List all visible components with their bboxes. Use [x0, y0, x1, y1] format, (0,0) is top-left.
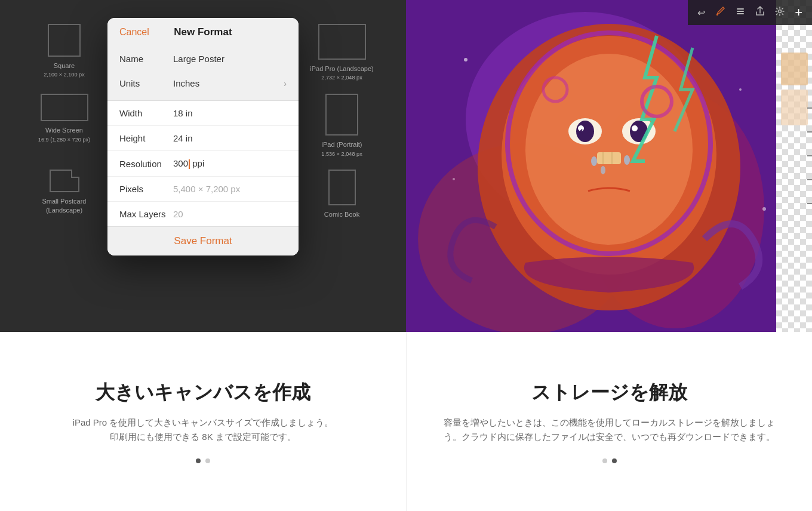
new-format-modal: Cancel New Format Name Large Poster Unit… — [107, 18, 299, 256]
layers-icon[interactable] — [735, 6, 746, 19]
svg-point-24 — [601, 166, 605, 174]
chevron-right-icon: › — [284, 79, 287, 88]
modal-resolution-value[interactable]: 300 ppi — [173, 158, 287, 169]
modal-header: Cancel New Format — [107, 18, 299, 47]
svg-point-0 — [716, 14, 718, 16]
svg-rect-41 — [807, 155, 812, 156]
svg-point-28 — [464, 58, 467, 61]
modal-resolution-label: Resolution — [119, 159, 173, 169]
modal-width-label: Width — [119, 108, 173, 118]
modal-name-label: Name — [119, 54, 173, 64]
svg-point-4 — [779, 10, 782, 13]
svg-rect-3 — [737, 13, 744, 14]
bottom-left-panel: 大きいキャンバスを作成 iPad Pro を使用して大きいキャンバスサイズで作成… — [0, 332, 406, 511]
modal-dimensions-group: Width 18 in Height 24 in Resolution 300 … — [107, 100, 299, 176]
svg-rect-36 — [776, 0, 812, 332]
svg-rect-1 — [737, 8, 744, 10]
svg-rect-20 — [597, 152, 621, 164]
right-panel: ↩ — [406, 0, 812, 332]
bottom-right-desc: 容量を増やしたいときは、この機能を使用してローカルストレージを解放しましょう。ク… — [442, 415, 776, 444]
undo-icon[interactable]: ↩ — [697, 7, 705, 19]
modal-overlay: Cancel New Format Name Large Poster Unit… — [0, 0, 406, 332]
toolbar: ↩ — [688, 0, 812, 25]
modal-units-row[interactable]: Units Inches › — [107, 71, 299, 96]
bottom-left-dots — [196, 458, 210, 463]
modal-resolution-row[interactable]: Resolution 300 ppi — [107, 150, 299, 176]
svg-rect-42 — [807, 179, 812, 180]
svg-rect-2 — [737, 11, 744, 12]
bottom-left-title: 大きいキャンバスを作成 — [96, 380, 310, 406]
modal-maxlayers-row: Max Layers 20 — [107, 201, 299, 226]
cancel-button[interactable]: Cancel — [119, 27, 149, 38]
svg-point-30 — [453, 178, 455, 180]
svg-rect-40 — [807, 131, 812, 133]
bottom-right-title: ストレージを解放 — [531, 380, 687, 406]
modal-units-label: Units — [119, 78, 173, 88]
modal-height-label: Height — [119, 133, 173, 143]
modal-height-value[interactable]: 24 in — [173, 133, 287, 143]
bottom-left-desc: iPad Pro を使用して大きいキャンバスサイズで作成しましょう。印刷用にも使… — [73, 415, 334, 444]
modal-pixels-row: Pixels 5,400 × 7,200 px — [107, 176, 299, 201]
modal-maxlayers-label: Max Layers — [119, 209, 173, 219]
svg-rect-38 — [781, 90, 808, 125]
add-icon[interactable]: + — [795, 5, 802, 20]
svg-text:×: × — [576, 125, 583, 138]
svg-point-23 — [591, 156, 597, 166]
modal-height-row[interactable]: Height 24 in — [107, 125, 299, 150]
modal-title: New Format — [174, 26, 232, 38]
svg-point-11 — [525, 54, 693, 245]
modal-width-row[interactable]: Width 18 in — [107, 100, 299, 125]
svg-point-29 — [739, 88, 742, 91]
svg-point-31 — [762, 207, 766, 211]
dot-inactive-1 — [205, 458, 210, 463]
bottom-right-dots — [602, 458, 617, 463]
top-section: Square2,100 × 2,100 px iPad Pro (Landsca… — [0, 0, 812, 332]
modal-pixels-value: 5,400 × 7,200 px — [173, 184, 240, 194]
brush-icon[interactable] — [715, 6, 725, 19]
modal-pixels-label: Pixels — [119, 184, 173, 194]
svg-point-19 — [632, 125, 638, 131]
svg-rect-37 — [781, 53, 808, 85]
modal-name-value[interactable]: Large Poster — [173, 54, 224, 64]
dot-active-2 — [612, 458, 617, 463]
bottom-right-panel: ストレージを解放 容量を増やしたいときは、この機能を使用してローカルストレージを… — [406, 332, 812, 511]
modal-name-row: Name Large Poster — [107, 47, 299, 71]
save-format-button[interactable]: Save Format — [107, 226, 299, 256]
svg-rect-39 — [807, 107, 812, 109]
share-icon[interactable] — [755, 6, 765, 19]
text-cursor — [189, 159, 190, 169]
dot-inactive-2 — [602, 458, 607, 463]
svg-point-25 — [624, 155, 630, 165]
modal-units-value: Inches — [173, 78, 284, 88]
settings-icon[interactable] — [774, 6, 785, 19]
artwork-illustration: × — [406, 0, 812, 332]
modal-maxlayers-value: 20 — [173, 209, 183, 219]
dot-active-1 — [196, 458, 201, 463]
modal-width-value[interactable]: 18 in — [173, 108, 287, 118]
svg-rect-43 — [807, 203, 812, 204]
bottom-section: 大きいキャンバスを作成 iPad Pro を使用して大きいキャンバスサイズで作成… — [0, 332, 812, 511]
left-panel: Square2,100 × 2,100 px iPad Pro (Landsca… — [0, 0, 406, 332]
